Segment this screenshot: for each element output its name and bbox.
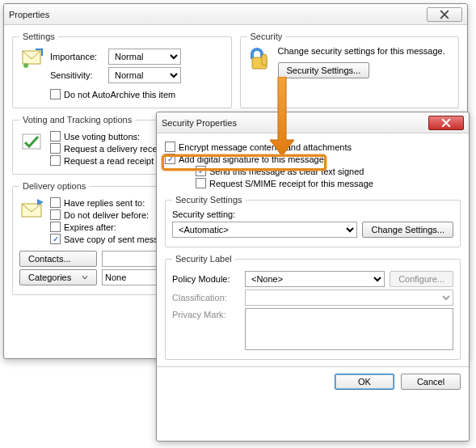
- deliver-before-checkbox[interactable]: [50, 209, 61, 220]
- encrypt-checkbox[interactable]: [165, 142, 175, 152]
- sec-label-legend: Security Label: [172, 254, 235, 264]
- contacts-button[interactable]: Contacts...: [19, 251, 97, 267]
- smime-checkbox[interactable]: [196, 178, 206, 188]
- security-properties-dialog: Security Properties Encrypt message cont…: [156, 112, 470, 442]
- expires-after-label: Expires after:: [64, 222, 116, 232]
- read-receipt-checkbox[interactable]: [50, 155, 61, 166]
- use-voting-label: Use voting buttons:: [64, 132, 140, 142]
- importance-select[interactable]: Normal: [108, 49, 181, 65]
- classification-select: [245, 290, 453, 306]
- secprops-title: Security Properties: [162, 118, 428, 128]
- delivery-icon: [19, 196, 45, 222]
- chevron-down-icon: [82, 274, 88, 281]
- properties-titlebar: Properties: [4, 4, 467, 25]
- security-icon: [247, 46, 273, 72]
- settings-icon: [19, 46, 45, 72]
- expires-after-checkbox[interactable]: [50, 222, 61, 232]
- use-voting-checkbox[interactable]: [50, 131, 61, 142]
- policy-module-label: Policy Module:: [172, 274, 240, 284]
- svg-rect-4: [23, 134, 40, 149]
- sec-setting-select[interactable]: <Automatic>: [172, 222, 357, 238]
- smime-label: Request S/MIME receipt for this message: [209, 179, 373, 188]
- properties-close-button[interactable]: [427, 7, 462, 22]
- sec-settings-legend: Security Settings: [172, 195, 246, 205]
- properties-title: Properties: [9, 10, 427, 19]
- delivery-receipt-checkbox[interactable]: [50, 143, 61, 154]
- svg-rect-3: [262, 54, 267, 66]
- secprops-close-button[interactable]: [428, 116, 464, 130]
- security-legend: Security: [247, 32, 286, 41]
- add-signature-checkbox[interactable]: [165, 154, 175, 164]
- privacy-mark-field: [245, 308, 453, 350]
- autoarchive-label: Do not AutoArchive this item: [64, 90, 175, 99]
- sensitivity-select[interactable]: Normal: [108, 67, 181, 83]
- delivery-receipt-label: Request a delivery receipt: [64, 144, 166, 154]
- importance-label: Importance:: [50, 52, 108, 61]
- security-settings-button[interactable]: Security Settings...: [278, 62, 370, 78]
- save-copy-checkbox[interactable]: [50, 234, 61, 244]
- secprops-titlebar: Security Properties: [157, 112, 469, 133]
- close-icon: [440, 10, 449, 19]
- autoarchive-checkbox[interactable]: [50, 89, 61, 99]
- cleartext-label: Send this message as clear text signed: [209, 167, 364, 176]
- privacy-mark-label: Privacy Mark:: [172, 308, 240, 319]
- svg-point-1: [23, 63, 28, 68]
- have-replies-label: Have replies sent to:: [64, 198, 145, 208]
- sec-setting-label: Security setting:: [172, 209, 453, 219]
- ok-button[interactable]: OK: [335, 374, 394, 390]
- delivery-legend: Delivery options: [19, 181, 89, 191]
- read-receipt-label: Request a read receipt: [64, 156, 154, 166]
- add-signature-label: Add digital signature to this message: [179, 154, 324, 164]
- voting-icon: [19, 129, 45, 155]
- sensitivity-label: Sensitivity:: [50, 70, 108, 80]
- security-desc: Change security settings for this messag…: [278, 46, 445, 56]
- have-replies-checkbox[interactable]: [50, 197, 61, 208]
- cancel-button[interactable]: Cancel: [401, 374, 461, 390]
- cleartext-checkbox[interactable]: [196, 166, 206, 176]
- policy-module-select[interactable]: <None>: [245, 271, 385, 287]
- configure-button: Configure...: [390, 271, 453, 287]
- encrypt-label: Encrypt message contents and attachments: [179, 142, 352, 152]
- deliver-before-label: Do not deliver before:: [64, 210, 149, 220]
- classification-label: Classification:: [172, 293, 240, 302]
- voting-legend: Voting and Tracking options: [19, 115, 135, 125]
- categories-button[interactable]: Categories: [19, 269, 97, 285]
- settings-legend: Settings: [19, 32, 58, 41]
- change-settings-button[interactable]: Change Settings...: [362, 222, 453, 238]
- close-icon: [441, 118, 451, 128]
